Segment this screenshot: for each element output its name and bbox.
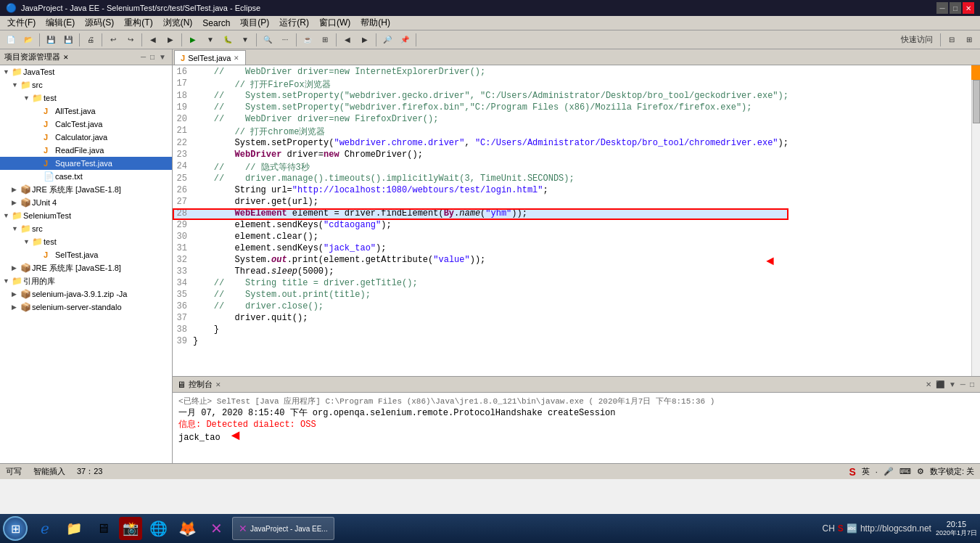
menu-file[interactable]: 文件(F) <box>3 15 40 30</box>
menu-run[interactable]: 运行(R) <box>275 15 313 30</box>
maximize-button[interactable]: □ <box>950 2 961 14</box>
tree-casetxt[interactable]: 📄 case.txt <box>0 170 172 183</box>
tree-readfile[interactable]: J ReadFile.java <box>0 144 172 157</box>
undo-button[interactable]: ↩ <box>105 32 121 48</box>
console-min-btn[interactable]: ─ <box>959 380 967 389</box>
tree-javatest[interactable]: ▼ 📁 JavaTest <box>0 65 172 78</box>
menu-source[interactable]: 源码(S) <box>81 15 118 30</box>
search-ext-button[interactable]: 🔍 <box>260 32 276 48</box>
tree-alltest[interactable]: J AllTest.java <box>0 105 172 118</box>
tree-toggle-test1[interactable]: ▼ <box>23 94 32 102</box>
tree-seleniumtest[interactable]: ▼ 📁 SeleniumTest <box>0 209 172 222</box>
start-button[interactable]: ⊞ <box>3 516 28 541</box>
menu-refactor[interactable]: 重构(T) <box>120 15 157 30</box>
console-stop-btn[interactable]: ⬛ <box>934 380 946 389</box>
new-button[interactable]: 📄 <box>3 32 19 48</box>
tree-test-1[interactable]: ▼ 📁 test <box>0 91 172 105</box>
code-line-21: 21 // 打开chrome浏览器 <box>173 126 788 138</box>
tree-calculator[interactable]: J Calculator.java <box>0 131 172 144</box>
close-button[interactable]: ✕ <box>963 2 974 14</box>
minimize-button[interactable]: ─ <box>936 2 948 14</box>
input-method-icon: S <box>849 466 855 478</box>
tree-toggle-test2[interactable]: ▼ <box>23 238 32 245</box>
run-button[interactable]: ▶ <box>185 32 201 48</box>
tree-selenium-java[interactable]: ▶ 📦 selenium-java-3.9.1.zip -Ja <box>0 287 172 301</box>
tree-toggle-junit[interactable]: ▶ <box>12 199 20 206</box>
tree-jre2[interactable]: ▶ 📦 JRE 系统库 [JavaSE-1.8] <box>0 261 172 274</box>
views-button[interactable]: ⊟ <box>944 32 960 48</box>
tree-jre1[interactable]: ▶ 📦 JRE 系统库 [JavaSE-1.8] <box>0 183 172 196</box>
sidebar-min-btn[interactable]: ─ <box>139 52 147 62</box>
prev-edit-button[interactable]: ◀ <box>145 32 161 48</box>
tree-toggle-src1[interactable]: ▼ <box>12 81 20 89</box>
tab-close-btn[interactable]: ✕ <box>234 54 239 62</box>
line-number-22: 22 <box>173 138 193 150</box>
editor-scrollbar[interactable] <box>971 65 980 376</box>
test-folder-icon-2: 📁 <box>32 237 44 247</box>
tree-toggle-selenium[interactable]: ▼ <box>3 212 12 219</box>
sep-1 <box>39 33 40 46</box>
settings-icon-status: ⚙ <box>917 467 924 476</box>
tree-squaretest[interactable]: J SquareTest.java <box>0 157 172 170</box>
tree-junit4[interactable]: ▶ 📦 JUnit 4 <box>0 196 172 209</box>
tree-toggle-reflib[interactable]: ▼ <box>3 277 12 285</box>
console-max-btn[interactable]: □ <box>968 380 976 389</box>
menu-help[interactable]: 帮助(H) <box>356 15 395 30</box>
sidebar-max-btn[interactable]: □ <box>149 52 156 62</box>
back-button[interactable]: ◀ <box>339 32 355 48</box>
tree-test-2[interactable]: ▼ 📁 test <box>0 235 172 248</box>
tree-calctest[interactable]: J CalcTest.java <box>0 118 172 131</box>
save-all-button[interactable]: 💾 <box>60 32 76 48</box>
taskbar-chrome-icon[interactable]: 🌐 <box>145 515 171 542</box>
editor-tab-seltest[interactable]: J SelTest.java ✕ <box>174 50 246 65</box>
menu-edit[interactable]: 编辑(E) <box>41 15 79 30</box>
menu-navigate[interactable]: 浏览(N) <box>159 15 197 30</box>
console-toolbar-btn[interactable]: ▼ <box>947 380 958 389</box>
code-content-16: // WebDriver driver=new InternetExplorer… <box>193 67 788 78</box>
tree-toggle-jre2[interactable]: ▶ <box>12 264 20 272</box>
save-button[interactable]: 💾 <box>43 32 59 48</box>
tree-src-2[interactable]: ▼ 📁 src <box>0 222 172 235</box>
taskbar-eclipse-app[interactable]: ✕ JavaProject - Java EE... <box>232 517 334 540</box>
sidebar-toolbar-btn[interactable]: ▼ <box>157 52 168 62</box>
tree-toggle-sel-server[interactable]: ▶ <box>12 303 20 311</box>
tree-toggle-jre1[interactable]: ▶ <box>12 186 20 193</box>
code-editor[interactable]: 16 // WebDriver driver=new InternetExplo… <box>173 65 971 376</box>
menu-project[interactable]: 项目(P) <box>236 15 273 30</box>
debug-dropdown[interactable]: ▼ <box>237 32 253 48</box>
redo-button[interactable]: ↪ <box>123 32 139 48</box>
search-more-btn[interactable]: ··· <box>277 32 293 48</box>
open-type-button[interactable]: ⊞ <box>317 32 333 48</box>
taskbar-firefox-icon[interactable]: 🦊 <box>174 515 200 542</box>
taskbar-app4-icon[interactable]: 📸 <box>119 517 142 540</box>
taskbar-eclipse-icon[interactable]: ✕ <box>203 515 229 542</box>
console-content: <已终止> SelTest [Java 应用程序] C:\Program Fil… <box>173 393 980 463</box>
pinned-button[interactable]: 📌 <box>397 32 413 48</box>
menu-search[interactable]: Search <box>198 17 234 30</box>
perspective-button[interactable]: ⊞ <box>961 32 977 48</box>
debug-button[interactable]: 🐛 <box>220 32 236 48</box>
code-line-36: 36 // driver.close(); <box>173 301 788 313</box>
menu-window[interactable]: 窗口(W) <box>315 15 355 30</box>
tree-toggle-src2[interactable]: ▼ <box>12 225 20 232</box>
tree-toggle-sel-java[interactable]: ▶ <box>12 290 20 298</box>
next-edit-button[interactable]: ▶ <box>162 32 178 48</box>
tree-selenium-server[interactable]: ▶ 📦 selenium-server-standalo <box>0 301 172 314</box>
perspective-java[interactable]: ☕ <box>300 32 316 48</box>
scrollbar-thumb[interactable] <box>973 80 980 123</box>
open-button[interactable]: 📂 <box>20 32 36 48</box>
taskbar-files-icon[interactable]: 📁 <box>61 515 87 542</box>
taskbar-app3-icon[interactable]: 🖥 <box>90 515 116 542</box>
print-button[interactable]: 🖨 <box>83 32 99 48</box>
tree-src-1[interactable]: ▼ 📁 src <box>0 78 172 91</box>
forward-button[interactable]: ▶ <box>357 32 373 48</box>
code-content-20: // WebDriver driver=new FirefoxDriver(); <box>193 114 788 126</box>
sep-3 <box>102 33 102 46</box>
zoom-button[interactable]: 🔎 <box>379 32 395 48</box>
run-dropdown[interactable]: ▼ <box>202 32 218 48</box>
tree-reflib[interactable]: ▼ 📁 引用的库 <box>0 274 172 287</box>
tree-seltest[interactable]: J SelTest.java <box>0 248 172 261</box>
tree-toggle-javatest[interactable]: ▼ <box>3 68 12 75</box>
console-clear-btn[interactable]: ✕ <box>924 380 933 389</box>
taskbar-ie-icon[interactable]: ℯ <box>32 515 58 542</box>
